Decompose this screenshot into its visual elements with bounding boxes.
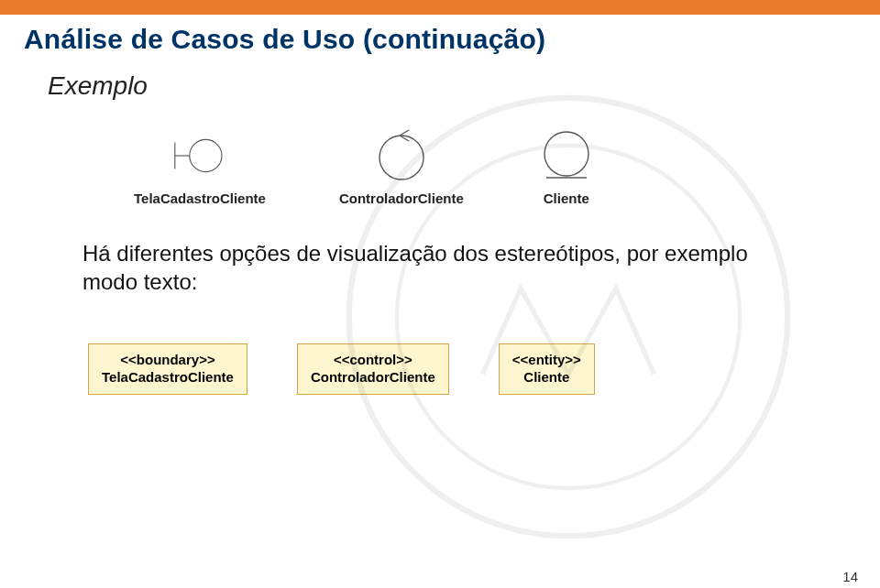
svg-point-4 <box>190 139 222 171</box>
entity-icon-group: Cliente <box>537 126 596 206</box>
boundary-box: <<boundary>> TelaCadastroCliente <box>88 343 248 395</box>
entity-icon <box>537 126 596 185</box>
entity-box: <<entity>> Cliente <box>499 343 595 395</box>
control-box-stereo: <<control>> <box>311 352 435 369</box>
entity-box-stereo: <<entity>> <box>512 352 581 369</box>
control-icon-label: ControladorCliente <box>339 191 464 206</box>
stereotype-boxes-row: <<boundary>> TelaCadastroCliente <<contr… <box>88 343 856 395</box>
svg-point-6 <box>544 132 588 176</box>
boundary-icon-group: TelaCadastroCliente <box>134 126 266 206</box>
slide-content: Análise de Casos de Uso (continuação) Ex… <box>0 24 880 588</box>
page-number: 14 <box>842 569 858 584</box>
control-icon <box>372 126 431 185</box>
entity-icon-label: Cliente <box>544 191 589 206</box>
body-text: Há diferentes opções de visualização dos… <box>82 239 779 296</box>
boundary-icon <box>170 126 229 185</box>
svg-point-5 <box>380 136 424 180</box>
control-box: <<control>> ControladorCliente <box>297 343 449 395</box>
control-icon-group: ControladorCliente <box>339 126 464 206</box>
accent-bar <box>0 0 880 15</box>
boundary-box-name: TelaCadastroCliente <box>102 369 234 387</box>
slide-title: Análise de Casos de Uso (continuação) <box>24 24 856 55</box>
entity-box-name: Cliente <box>512 369 581 387</box>
boundary-box-stereo: <<boundary>> <box>102 352 234 369</box>
boundary-icon-label: TelaCadastroCliente <box>134 191 266 206</box>
uml-icons-row: TelaCadastroCliente ControladorCliente C… <box>134 126 856 206</box>
control-box-name: ControladorCliente <box>311 369 435 387</box>
slide-subtitle: Exemplo <box>48 71 856 101</box>
